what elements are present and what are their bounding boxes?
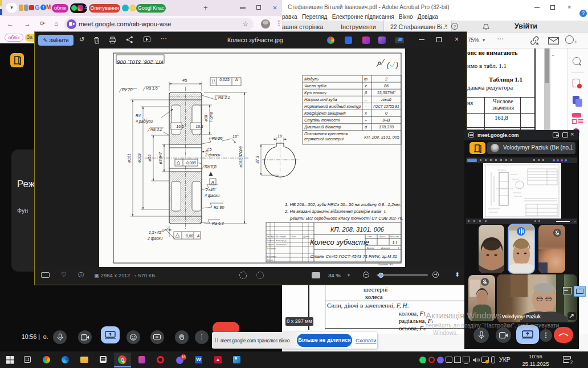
svg-text:Зм: Зм (267, 235, 270, 238)
svg-text:Затв.: Затв. (267, 258, 273, 261)
svg-text:лівий: лівий (381, 97, 391, 102)
svg-text:0,008: 0,008 (186, 161, 196, 165)
svg-text:10°: 10° (232, 135, 239, 139)
svg-text:4 фаски: 4 фаски (205, 193, 219, 198)
svg-text:Rz 20: Rz 20 (122, 88, 132, 92)
svg-text:РАФК, гр.М-31: РАФК, гр.М-31 (369, 254, 397, 259)
svg-text:2. Не вказані граничні відхиле: 2. Не вказані граничні відхилення розмір… (284, 209, 386, 214)
svg-text:ГОСТ 13755-81: ГОСТ 13755-81 (373, 104, 399, 108)
svg-text:Позначення креслення: Позначення креслення (304, 131, 348, 136)
svg-text:A: A (235, 78, 238, 82)
svg-text:Ra 6,3: Ra 6,3 (212, 221, 224, 225)
svg-text:Сталь Ст45 ГОСТ 4543-71: Сталь Ст45 ГОСТ 4543-71 (311, 254, 368, 259)
svg-text:m: m (364, 76, 368, 82)
svg-text:z: z (364, 83, 367, 88)
svg-text:КП. 208. 3101. 006: КП. 208. 3101. 006 (117, 59, 164, 66)
svg-text:Кут нахилу: Кут нахилу (304, 90, 326, 95)
svg-text:ø182,370h9: ø182,370h9 (239, 146, 243, 167)
svg-text:ø161: ø161 (127, 153, 131, 163)
svg-text:d: d (365, 124, 368, 130)
svg-text:–: – (364, 97, 368, 102)
svg-text:0,025: 0,025 (219, 78, 230, 82)
svg-text:(: ( (387, 61, 390, 69)
svg-text:Підп: Підп (291, 235, 296, 238)
svg-text:Rz 80: Rz 80 (214, 205, 224, 209)
svg-text:Ділильний діаметр: Ділильний діаметр (304, 124, 341, 130)
svg-text:2×45°: 2×45° (205, 188, 217, 192)
svg-text:8–B: 8–B (383, 118, 390, 123)
svg-text:7 отв.: 7 отв. (209, 111, 213, 123)
svg-text:ø109: ø109 (137, 153, 141, 163)
svg-text:Rz 20: Rz 20 (212, 136, 222, 140)
svg-text:1: 1 (398, 246, 399, 249)
svg-text:–: – (364, 104, 368, 109)
svg-text:1. НВ 269...302, зуби HRCэ 50.: 1. НВ 269...302, зуби HRCэ 50...56 на гл… (285, 202, 401, 207)
svg-text:Маса: Маса (379, 235, 386, 238)
svg-text:Масшт.: Масшт. (390, 235, 399, 238)
svg-text:Коефіцієнт зміщення: Коефіцієнт зміщення (304, 111, 346, 116)
svg-text:37,3: 37,3 (255, 156, 259, 164)
svg-text:86: 86 (384, 83, 389, 88)
svg-text:Дата: Дата (303, 235, 310, 238)
svg-text:2,5: 2,5 (206, 147, 212, 151)
svg-text:2: 2 (385, 76, 387, 82)
svg-text:Напрям лінії зуба: Напрям лінії зуба (304, 97, 337, 102)
svg-text:КП. 208. 3101. 005: КП. 208. 3101. 005 (364, 135, 399, 140)
svg-text:4 радіуси: 4 радіуси (136, 119, 153, 124)
svg-text:Н.контр.: Н.контр. (267, 255, 277, 258)
svg-text:0,08: 0,08 (186, 234, 193, 238)
svg-text:Ступінь точності: Ступінь точності (304, 118, 340, 123)
svg-text:Ra 0,8: Ra 0,8 (205, 165, 217, 169)
svg-text:Аркуш: Аркуш (366, 246, 374, 249)
svg-text:16,5: 16,5 (177, 124, 184, 128)
svg-text:Модуль: Модуль (304, 76, 318, 82)
svg-text:Колесо зубчасте: Колесо зубчасте (310, 238, 369, 246)
svg-text:Нормальний вихідний контур: Нормальний вихідний контур (304, 104, 361, 109)
svg-text:Ra 3,2: Ra 3,2 (150, 127, 162, 131)
svg-text:ø34H7: ø34H7 (158, 151, 162, 164)
svg-text:решти ±t/2 середнього класу то: решти ±t/2 середнього класу точності СТ … (289, 216, 403, 221)
svg-text:0: 0 (385, 111, 387, 116)
svg-text:16,5: 16,5 (196, 124, 203, 128)
svg-text:Ra 3,2: Ra 3,2 (218, 95, 230, 99)
svg-text:Розроб.: Розроб. (267, 239, 275, 242)
svg-text:R4: R4 (136, 114, 141, 118)
svg-text:45: 45 (182, 78, 187, 83)
svg-text:1,5×45°: 1,5×45° (149, 230, 163, 234)
svg-text:β: β (364, 90, 367, 95)
svg-text:А3: А3 (389, 263, 393, 266)
svg-text:2 фаски: 2 фаски (147, 236, 162, 241)
svg-text:Зачковий С.: Зачковий С. (276, 243, 289, 246)
svg-text:Число зубів: Число зубів (304, 83, 326, 88)
svg-text:спряженої шестерні: спряженої шестерні (304, 136, 344, 141)
svg-text:): ) (395, 61, 398, 69)
svg-text:КП. 208. 3101. 006: КП. 208. 3101. 006 (330, 226, 385, 233)
svg-text:№ докум.: № докум. (276, 235, 286, 238)
svg-text:ø38: ø38 (204, 115, 208, 122)
svg-text:Т.контр.: Т.контр. (267, 247, 276, 250)
svg-text:Аркушів: Аркушів (381, 246, 391, 249)
svg-text:178,370: 178,370 (379, 124, 394, 130)
svg-text:2 фаски: 2 фаски (205, 153, 220, 157)
svg-text:Перев.: Перев. (267, 243, 274, 246)
svg-text:Літ.: Літ. (367, 235, 372, 238)
svg-text:A: A (197, 234, 200, 238)
svg-text:Ra 1,6: Ra 1,6 (146, 86, 158, 90)
svg-text:Бондар Д.: Бондар Д. (276, 239, 287, 242)
svg-text:x: x (364, 111, 367, 116)
svg-text:A: A (211, 180, 214, 184)
svg-text:ø56: ø56 (148, 155, 152, 161)
svg-text:Арк: Арк (270, 235, 275, 238)
svg-text:10: 10 (277, 134, 282, 138)
svg-text:Формат: Формат (378, 263, 388, 266)
svg-text:15,35796°: 15,35796° (377, 90, 396, 95)
svg-text:–: – (364, 118, 368, 123)
svg-text:1:1: 1:1 (392, 241, 398, 245)
